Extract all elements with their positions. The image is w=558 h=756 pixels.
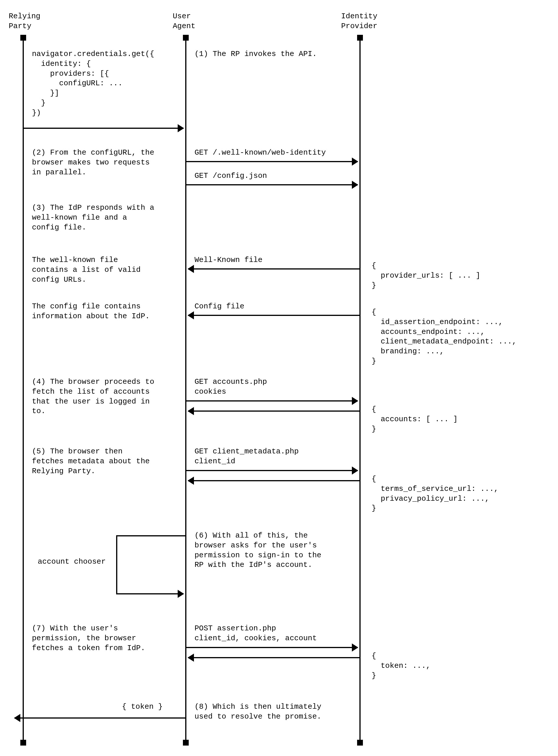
- arrow-idp-to-ua-metadata: [188, 480, 359, 481]
- lifeline-top-idp: [357, 35, 363, 40]
- lifeline-rp: [23, 35, 24, 742]
- label-account-chooser: account chooser: [38, 557, 106, 567]
- arrow-idp-to-ua-wellknown: [188, 268, 359, 270]
- sequence-diagram: Relying Party User Agent Identity Provid…: [0, 0, 558, 756]
- json-token: { token: ..., }: [372, 651, 431, 681]
- lifeline-idp: [359, 35, 361, 742]
- step-2: (2) From the configURL, the browser make…: [32, 148, 154, 177]
- arrow-ua-to-idp-wellknown: [186, 161, 358, 162]
- step-3: (3) The IdP responds with a well-known f…: [32, 203, 154, 233]
- lifeline-bot-ua: [183, 740, 189, 746]
- json-metadata: { terms_of_service_url: ..., privacy_pol…: [372, 474, 499, 513]
- msg-get-wellknown: GET /.well-known/web-identity: [195, 148, 326, 158]
- arrow-rp-to-ua-invoke: [24, 128, 183, 129]
- label-wellknown-file: Well-Known file: [195, 255, 262, 265]
- step-1: (1) The RP invokes the API.: [195, 49, 317, 59]
- label-token-return: { token }: [122, 702, 162, 712]
- msg-post-assertion: POST assertion.php client_id, cookies, a…: [195, 624, 317, 643]
- msg-get-accounts: GET accounts.php cookies: [195, 377, 267, 397]
- lifeline-bot-rp: [20, 740, 26, 746]
- json-accounts: { accounts: [ ... ] }: [372, 405, 458, 434]
- arrow-ua-to-idp-accounts: [186, 400, 358, 402]
- lifeline-bot-idp: [357, 740, 363, 746]
- step-4: (4) The browser proceeds to fetch the li…: [32, 377, 154, 416]
- label-config-file: Config file: [195, 302, 245, 312]
- arrow-idp-to-ua-token: [188, 657, 359, 658]
- participant-user-agent: User Agent: [173, 11, 195, 31]
- arrow-ua-to-idp-config: [186, 184, 358, 185]
- msg-get-metadata: GET client_metadata.php client_id: [195, 447, 299, 466]
- lifeline-ua: [185, 35, 186, 742]
- step-6: (6) With all of this, the browser asks f…: [195, 531, 321, 570]
- selfmsg-top: [116, 535, 186, 536]
- json-config: { id_assertion_endpoint: ..., accounts_e…: [372, 307, 516, 367]
- note-wellknown: The well-known file contains a list of v…: [32, 255, 141, 285]
- participant-relying-party: Relying Party: [9, 11, 40, 31]
- lifeline-top-ua: [183, 35, 189, 40]
- arrow-ua-to-idp-assertion: [186, 647, 358, 648]
- msg-get-config: GET /config.json: [195, 171, 267, 181]
- arrow-ua-to-rp-token: [15, 718, 186, 719]
- step-8: (8) Which is then ultimately used to res…: [195, 702, 321, 722]
- selfmsg-bottom: [116, 593, 183, 594]
- note-config: The config file contains information abo…: [32, 302, 150, 321]
- selfmsg-side: [116, 535, 117, 593]
- json-wellknown: { provider_urls: [ ... ] }: [372, 261, 480, 290]
- code-invoke: navigator.credentials.get({ identity: { …: [32, 49, 154, 118]
- lifeline-top-rp: [20, 35, 26, 40]
- arrow-ua-to-idp-metadata: [186, 470, 358, 471]
- arrow-idp-to-ua-accounts: [188, 410, 359, 412]
- step-7: (7) With the user's permission, the brow…: [32, 624, 145, 653]
- participant-identity-provider: Identity Provider: [341, 11, 377, 31]
- arrow-idp-to-ua-config: [188, 315, 359, 316]
- step-5: (5) The browser then fetches metadata ab…: [32, 447, 150, 476]
